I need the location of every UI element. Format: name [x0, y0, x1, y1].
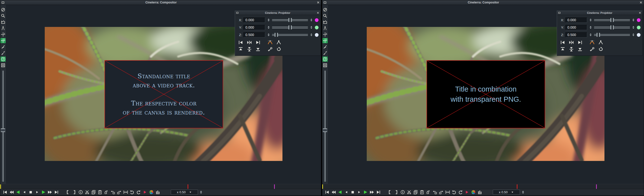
redo-button[interactable]: [135, 190, 142, 195]
reset-button[interactable]: [275, 46, 282, 52]
center-justify-button[interactable]: [568, 39, 575, 46]
bottom-justify-button[interactable]: [576, 46, 584, 52]
undo-button[interactable]: [451, 190, 457, 195]
z-spinner[interactable]: [267, 32, 270, 37]
left-justify-button[interactable]: [237, 39, 244, 46]
bottom-justify-button[interactable]: [254, 46, 262, 52]
fast-forward-button[interactable]: [47, 190, 53, 195]
slider-handle[interactable]: [274, 33, 278, 37]
next-label-button[interactable]: [438, 190, 444, 195]
in-point-button[interactable]: [386, 190, 393, 195]
stop-button[interactable]: [28, 190, 34, 195]
timebar[interactable]: [0, 184, 321, 189]
tool-safe-regions[interactable]: [0, 63, 6, 68]
y-slider-spinner[interactable]: [310, 25, 313, 30]
manual-goto-button[interactable]: [142, 190, 148, 195]
jump-to-end-button[interactable]: [375, 190, 382, 195]
fit-selection-button[interactable]: [444, 190, 451, 195]
vertical-center-justify-button[interactable]: [246, 46, 253, 52]
paste-button[interactable]: [96, 190, 103, 195]
slider-handle[interactable]: [288, 25, 292, 29]
jump-to-end-button[interactable]: [53, 190, 60, 195]
rewind-to-start-button[interactable]: [2, 190, 8, 195]
copy-button[interactable]: [412, 190, 418, 195]
tool-magnify[interactable]: [0, 13, 6, 18]
window-close-button[interactable]: [639, 1, 643, 4]
frame-reverse-button[interactable]: [21, 190, 28, 195]
copy-button[interactable]: [90, 190, 96, 195]
top-justify-button[interactable]: [559, 46, 566, 52]
show-overlays-button[interactable]: [470, 190, 476, 195]
tool-protect-video[interactable]: [0, 7, 6, 12]
window-titlebar[interactable]: Cinelerra: Compositor: [0, 0, 321, 5]
window-close-button[interactable]: [316, 1, 320, 4]
zoom-spinner[interactable]: [199, 190, 203, 195]
tool-eyedropper[interactable]: [0, 50, 6, 55]
x-slider[interactable]: [272, 17, 308, 22]
out-point-button[interactable]: [71, 190, 77, 195]
redo-button[interactable]: [457, 190, 464, 195]
slider-handle[interactable]: [596, 33, 600, 37]
slider-handle[interactable]: [610, 18, 614, 22]
frame-forward-button[interactable]: [356, 190, 362, 195]
top-justify-button[interactable]: [237, 46, 244, 52]
z-slider-spinner[interactable]: [632, 32, 635, 37]
y-value-field[interactable]: 0.000: [244, 25, 265, 30]
x-spinner[interactable]: [267, 17, 270, 22]
canvas-vertical-slider[interactable]: [1, 71, 5, 182]
play-button[interactable]: [40, 190, 47, 195]
vslider-handle[interactable]: [323, 128, 327, 132]
play-button[interactable]: [362, 190, 369, 195]
show-overlays-button[interactable]: [148, 190, 154, 195]
right-justify-button[interactable]: [254, 39, 262, 46]
tool-crop[interactable]: [0, 44, 6, 49]
tool-tool-info[interactable]: ?: [322, 56, 328, 62]
z-slider[interactable]: [594, 32, 630, 37]
center-justify-button[interactable]: [246, 39, 253, 46]
dialog-titlebar[interactable]: Cinelerra: Projektor: [557, 11, 642, 15]
zoom-spinner[interactable]: [521, 190, 525, 195]
y-slider[interactable]: [272, 25, 308, 30]
tool-mask[interactable]: [0, 19, 6, 25]
previous-label-button[interactable]: [110, 190, 116, 195]
split-button[interactable]: [406, 190, 412, 195]
tool-eyedropper[interactable]: [322, 50, 328, 55]
smooth-curve-button[interactable]: [266, 39, 274, 46]
canvas-vertical-slider[interactable]: [323, 71, 327, 182]
tool-adjust-projector[interactable]: [322, 38, 328, 43]
tool-adjust-camera[interactable]: [322, 32, 328, 37]
tool-safe-regions[interactable]: [322, 63, 328, 68]
y-slider-spinner[interactable]: [632, 25, 635, 30]
histogram-tool-button[interactable]: [476, 190, 483, 195]
dialog-close-button[interactable]: [638, 11, 642, 14]
tool-ruler[interactable]: [0, 26, 6, 31]
dialog-menu-button[interactable]: [558, 11, 561, 14]
z-slider[interactable]: [272, 32, 308, 37]
rewind-to-start-button[interactable]: [324, 190, 330, 195]
x-spinner[interactable]: [589, 17, 592, 22]
smooth-curve-button[interactable]: [588, 39, 596, 46]
tool-adjust-projector[interactable]: [0, 38, 6, 43]
manual-goto-button[interactable]: [464, 190, 470, 195]
z-value-field[interactable]: 0.500: [244, 32, 265, 37]
fast-reverse-button[interactable]: [330, 190, 336, 195]
x-slider[interactable]: [594, 17, 630, 22]
out-point-button[interactable]: [393, 190, 399, 195]
tool-protect-video[interactable]: [322, 7, 328, 12]
tool-tool-info[interactable]: ?: [0, 56, 6, 62]
window-menu-button[interactable]: [323, 1, 327, 4]
undo-button[interactable]: [129, 190, 135, 195]
dialog-menu-button[interactable]: [236, 11, 239, 14]
y-value-field[interactable]: 0.000: [566, 25, 587, 30]
in-point-button[interactable]: [64, 190, 71, 195]
histogram-tool-button[interactable]: [154, 190, 161, 195]
canvas-zoom-select[interactable]: x 0.50: [493, 190, 520, 195]
tool-crop[interactable]: [322, 44, 328, 49]
vslider-handle[interactable]: [1, 128, 5, 132]
right-justify-button[interactable]: [576, 39, 584, 46]
reset-button[interactable]: [597, 46, 604, 52]
tool-mask[interactable]: [322, 19, 328, 25]
canvas-zoom-select[interactable]: x 0.50: [171, 190, 198, 195]
timebar[interactable]: [322, 184, 644, 189]
x-slider-spinner[interactable]: [632, 17, 635, 22]
